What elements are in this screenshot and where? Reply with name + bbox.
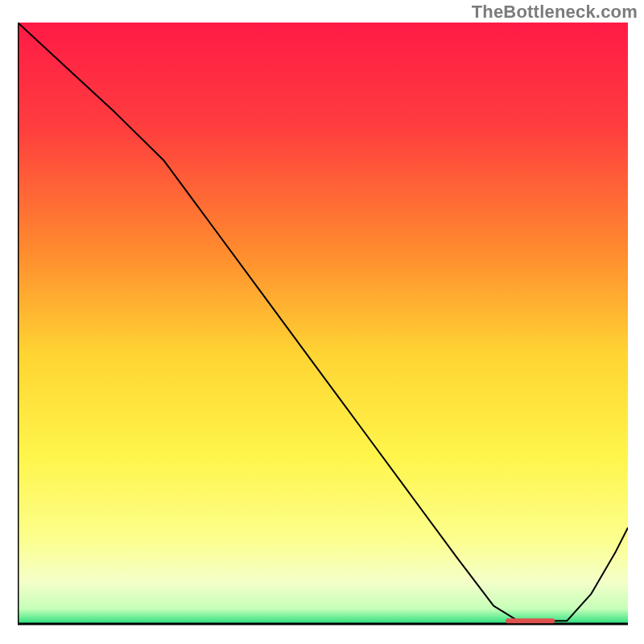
marker-band [506, 618, 555, 623]
gradient-background [18, 23, 628, 624]
chart-svg [18, 23, 628, 628]
plot-area [18, 23, 628, 628]
watermark-text: TheBottleneck.com [472, 2, 638, 23]
marker-label [507, 617, 510, 618]
chart-stage: TheBottleneck.com [0, 0, 644, 644]
